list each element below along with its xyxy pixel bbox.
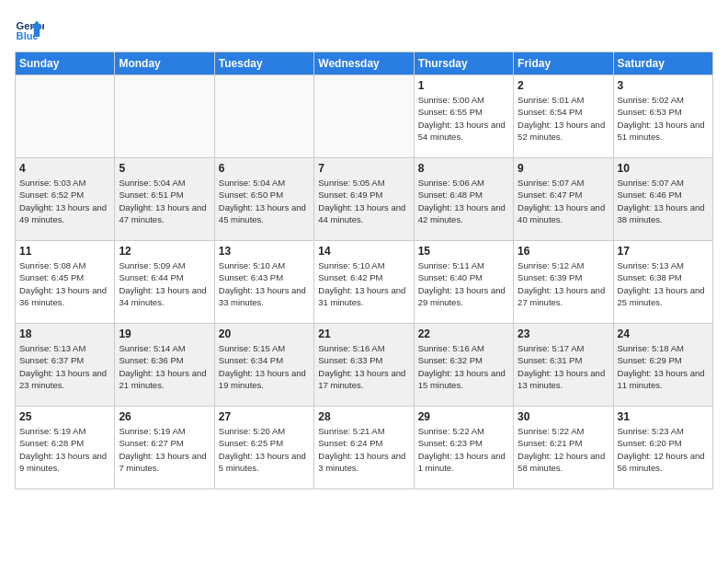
day-info: Sunrise: 5:16 AM Sunset: 6:33 PM Dayligh… (318, 342, 409, 391)
day-number: 30 (518, 410, 609, 423)
calendar-cell: 28Sunrise: 5:21 AM Sunset: 6:24 PM Dayli… (314, 407, 414, 489)
calendar-cell: 5Sunrise: 5:04 AM Sunset: 6:51 PM Daylig… (115, 158, 214, 241)
day-info: Sunrise: 5:19 AM Sunset: 6:27 PM Dayligh… (119, 425, 210, 474)
day-info: Sunrise: 5:08 AM Sunset: 6:45 PM Dayligh… (19, 259, 110, 308)
day-number: 9 (518, 162, 609, 175)
day-number: 8 (418, 162, 509, 175)
day-number: 17 (618, 245, 709, 258)
day-number: 1 (418, 79, 509, 92)
calendar-cell: 29Sunrise: 5:22 AM Sunset: 6:23 PM Dayli… (414, 407, 513, 489)
calendar-cell: 23Sunrise: 5:17 AM Sunset: 6:31 PM Dayli… (514, 324, 613, 407)
calendar-cell: 30Sunrise: 5:22 AM Sunset: 6:21 PM Dayli… (514, 407, 613, 489)
day-number: 5 (119, 162, 210, 175)
weekday-header-wednesday: Wednesday (314, 52, 414, 75)
day-info: Sunrise: 5:19 AM Sunset: 6:28 PM Dayligh… (19, 425, 110, 474)
day-info: Sunrise: 5:20 AM Sunset: 6:25 PM Dayligh… (219, 425, 310, 474)
day-info: Sunrise: 5:00 AM Sunset: 6:55 PM Dayligh… (418, 94, 509, 143)
calendar-cell: 11Sunrise: 5:08 AM Sunset: 6:45 PM Dayli… (16, 241, 115, 324)
day-info: Sunrise: 5:14 AM Sunset: 6:36 PM Dayligh… (119, 342, 210, 391)
day-number: 21 (318, 327, 409, 340)
day-info: Sunrise: 5:06 AM Sunset: 6:48 PM Dayligh… (418, 177, 509, 225)
day-info: Sunrise: 5:11 AM Sunset: 6:40 PM Dayligh… (418, 259, 509, 308)
day-number: 12 (119, 245, 210, 258)
day-info: Sunrise: 5:07 AM Sunset: 6:46 PM Dayligh… (618, 177, 709, 225)
day-info: Sunrise: 5:21 AM Sunset: 6:24 PM Dayligh… (318, 425, 409, 474)
day-number: 7 (318, 162, 409, 175)
day-number: 18 (19, 327, 110, 340)
calendar-cell: 6Sunrise: 5:04 AM Sunset: 6:50 PM Daylig… (214, 158, 313, 241)
day-info: Sunrise: 5:02 AM Sunset: 6:53 PM Dayligh… (618, 94, 709, 143)
calendar-cell: 13Sunrise: 5:10 AM Sunset: 6:43 PM Dayli… (214, 241, 313, 324)
day-info: Sunrise: 5:23 AM Sunset: 6:20 PM Dayligh… (618, 425, 709, 474)
day-info: Sunrise: 5:07 AM Sunset: 6:47 PM Dayligh… (518, 177, 609, 225)
calendar-cell: 22Sunrise: 5:16 AM Sunset: 6:32 PM Dayli… (414, 324, 513, 407)
day-number: 10 (618, 162, 709, 175)
calendar-cell: 10Sunrise: 5:07 AM Sunset: 6:46 PM Dayli… (613, 158, 712, 241)
weekday-header-monday: Monday (115, 52, 214, 75)
day-info: Sunrise: 5:10 AM Sunset: 6:42 PM Dayligh… (318, 259, 409, 308)
day-number: 2 (518, 79, 609, 92)
day-info: Sunrise: 5:13 AM Sunset: 6:38 PM Dayligh… (618, 259, 709, 308)
weekday-header-sunday: Sunday (16, 52, 115, 75)
calendar-cell (115, 75, 214, 158)
calendar-cell: 18Sunrise: 5:13 AM Sunset: 6:37 PM Dayli… (16, 324, 115, 407)
calendar-table: SundayMondayTuesdayWednesdayThursdayFrid… (15, 52, 713, 489)
calendar-cell: 2Sunrise: 5:01 AM Sunset: 6:54 PM Daylig… (514, 75, 613, 158)
day-info: Sunrise: 5:04 AM Sunset: 6:50 PM Dayligh… (219, 177, 310, 225)
day-number: 28 (318, 410, 409, 423)
day-number: 31 (618, 410, 709, 423)
day-number: 27 (219, 410, 310, 423)
calendar-cell: 26Sunrise: 5:19 AM Sunset: 6:27 PM Dayli… (115, 407, 214, 489)
calendar-cell (214, 75, 313, 158)
calendar-cell: 7Sunrise: 5:05 AM Sunset: 6:49 PM Daylig… (314, 158, 414, 241)
day-info: Sunrise: 5:04 AM Sunset: 6:51 PM Dayligh… (119, 177, 210, 225)
day-info: Sunrise: 5:03 AM Sunset: 6:52 PM Dayligh… (19, 177, 110, 225)
calendar-cell: 3Sunrise: 5:02 AM Sunset: 6:53 PM Daylig… (613, 75, 712, 158)
day-number: 25 (19, 410, 110, 423)
day-info: Sunrise: 5:22 AM Sunset: 6:21 PM Dayligh… (518, 425, 609, 474)
calendar-cell: 1Sunrise: 5:00 AM Sunset: 6:55 PM Daylig… (414, 75, 513, 158)
day-info: Sunrise: 5:22 AM Sunset: 6:23 PM Dayligh… (418, 425, 509, 474)
page-header: General Blue (15, 15, 713, 44)
calendar-cell: 19Sunrise: 5:14 AM Sunset: 6:36 PM Dayli… (115, 324, 214, 407)
day-number: 16 (518, 245, 609, 258)
calendar-cell: 21Sunrise: 5:16 AM Sunset: 6:33 PM Dayli… (314, 324, 414, 407)
day-number: 11 (19, 245, 110, 258)
day-info: Sunrise: 5:05 AM Sunset: 6:49 PM Dayligh… (318, 177, 409, 225)
logo-icon: General Blue (15, 15, 44, 44)
day-info: Sunrise: 5:15 AM Sunset: 6:34 PM Dayligh… (219, 342, 310, 391)
day-info: Sunrise: 5:12 AM Sunset: 6:39 PM Dayligh… (518, 259, 609, 308)
day-number: 23 (518, 327, 609, 340)
day-info: Sunrise: 5:18 AM Sunset: 6:29 PM Dayligh… (618, 342, 709, 391)
day-number: 19 (119, 327, 210, 340)
weekday-header-thursday: Thursday (414, 52, 513, 75)
calendar-cell (314, 75, 414, 158)
day-number: 4 (19, 162, 110, 175)
calendar-cell: 12Sunrise: 5:09 AM Sunset: 6:44 PM Dayli… (115, 241, 214, 324)
calendar-cell: 4Sunrise: 5:03 AM Sunset: 6:52 PM Daylig… (16, 158, 115, 241)
calendar-cell: 8Sunrise: 5:06 AM Sunset: 6:48 PM Daylig… (414, 158, 513, 241)
day-info: Sunrise: 5:13 AM Sunset: 6:37 PM Dayligh… (19, 342, 110, 391)
calendar-cell: 20Sunrise: 5:15 AM Sunset: 6:34 PM Dayli… (214, 324, 313, 407)
day-number: 15 (418, 245, 509, 258)
logo: General Blue (15, 15, 48, 44)
calendar-cell (16, 75, 115, 158)
weekday-header-saturday: Saturday (613, 52, 712, 75)
day-number: 29 (418, 410, 509, 423)
day-info: Sunrise: 5:01 AM Sunset: 6:54 PM Dayligh… (518, 94, 609, 143)
day-number: 3 (618, 79, 709, 92)
weekday-header-friday: Friday (514, 52, 613, 75)
calendar-cell: 14Sunrise: 5:10 AM Sunset: 6:42 PM Dayli… (314, 241, 414, 324)
weekday-header-tuesday: Tuesday (214, 52, 313, 75)
calendar-cell: 17Sunrise: 5:13 AM Sunset: 6:38 PM Dayli… (613, 241, 712, 324)
calendar-cell: 9Sunrise: 5:07 AM Sunset: 6:47 PM Daylig… (514, 158, 613, 241)
calendar-cell: 16Sunrise: 5:12 AM Sunset: 6:39 PM Dayli… (514, 241, 613, 324)
calendar-cell: 24Sunrise: 5:18 AM Sunset: 6:29 PM Dayli… (613, 324, 712, 407)
day-info: Sunrise: 5:17 AM Sunset: 6:31 PM Dayligh… (518, 342, 609, 391)
day-number: 14 (318, 245, 409, 258)
day-number: 26 (119, 410, 210, 423)
day-number: 6 (219, 162, 310, 175)
day-info: Sunrise: 5:16 AM Sunset: 6:32 PM Dayligh… (418, 342, 509, 391)
day-number: 20 (219, 327, 310, 340)
calendar-cell: 25Sunrise: 5:19 AM Sunset: 6:28 PM Dayli… (16, 407, 115, 489)
